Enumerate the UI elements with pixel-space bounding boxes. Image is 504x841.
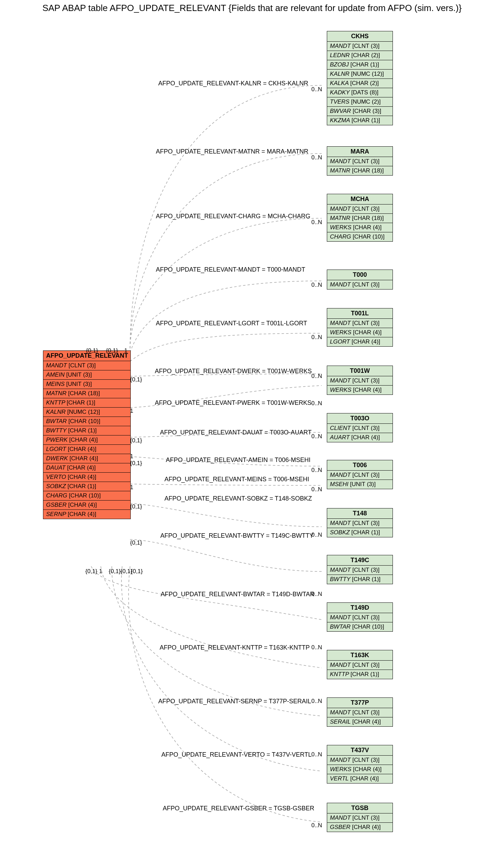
relation-label: AFPO_UPDATE_RELEVANT-BWTAR = T149D-BWTAR: [161, 591, 314, 598]
entity-field: WERKS [CHAR (4)]: [327, 223, 393, 232]
entity-field: VERTL [CHAR (4)]: [327, 774, 393, 783]
entity-field: MANDT [CLNT (3)]: [327, 280, 393, 289]
entity-field: AMEIN [UNIT (3)]: [43, 370, 130, 380]
cardinality-target: 0..N: [311, 154, 322, 161]
entity-field: SOBKZ [CHAR (1)]: [327, 528, 393, 537]
entity-field: TVERS [NUMC (2)]: [327, 97, 393, 107]
entity-field: LEDNR [CHAR (2)]: [327, 51, 393, 60]
entity-field: MANDT [CLNT (3)]: [43, 361, 130, 370]
entity-t377p: T377PMANDT [CLNT (3)]SERAIL [CHAR (4)]: [327, 697, 393, 727]
entity-t001l: T001LMANDT [CLNT (3)]WERKS [CHAR (4)]LGO…: [327, 308, 393, 347]
entity-field: KKZMA [CHAR (1)]: [327, 116, 393, 125]
entity-header: MARA: [327, 147, 393, 157]
relation-label: AFPO_UPDATE_RELEVANT-PWERK = T001W-WERKS: [155, 399, 311, 407]
relation-label: AFPO_UPDATE_RELEVANT-SERNP = T377P-SERAI…: [158, 698, 311, 705]
relation-label: AFPO_UPDATE_RELEVANT-CHARG = MCHA-CHARG: [156, 213, 310, 220]
cardinality-target: 0..N: [311, 591, 322, 598]
entity-t149d: T149DMANDT [CLNT (3)]BWTAR [CHAR (10)]: [327, 602, 393, 632]
entity-field: DAUAT [CHAR (4)]: [43, 463, 130, 473]
entity-field: BWTAR [CHAR (10)]: [43, 417, 130, 426]
entity-t163k: T163KMANDT [CLNT (3)]KNTTP [CHAR (1)]: [327, 650, 393, 679]
entity-field: PWERK [CHAR (4)]: [43, 435, 130, 445]
entity-field: MANDT [CLNT (3)]: [327, 42, 393, 51]
relation-label: AFPO_UPDATE_RELEVANT-LGORT = T001L-LGORT: [156, 320, 307, 327]
relation-label: AFPO_UPDATE_RELEVANT-KNTTP = T163K-KNTTP: [160, 644, 310, 651]
entity-field: KALNR [NUMC (12)]: [327, 70, 393, 79]
entity-header: T437V: [327, 745, 393, 756]
cardinality-source: {0,1}: [86, 347, 98, 354]
relation-label: AFPO_UPDATE_RELEVANT-DAUAT = T003O-AUART: [160, 429, 312, 436]
cardinality-target: 0..N: [311, 751, 322, 758]
cardinality-source: {0,1}: [109, 568, 121, 575]
entity-field: MANDT [CLNT (3)]: [327, 661, 393, 670]
entity-field: MANDT [CLNT (3)]: [327, 813, 393, 823]
cardinality-target: 0..N: [311, 86, 322, 93]
entity-field: CLIENT [CLNT (3)]: [327, 424, 393, 433]
cardinality-source: 1: [130, 484, 133, 491]
entity-field: SERNP [CHAR (4)]: [43, 510, 130, 519]
entity-t437v: T437VMANDT [CLNT (3)]WERKS [CHAR (4)]VER…: [327, 745, 393, 784]
entity-t149c: T149CMANDT [CLNT (3)]BWTTY [CHAR (1)]: [327, 555, 393, 584]
cardinality-source: 1: [130, 408, 133, 414]
entity-field: MANDT [CLNT (3)]: [327, 204, 393, 214]
entity-field: VERTO [CHAR (4)]: [43, 473, 130, 482]
entity-field: CHARG [CHAR (10)]: [327, 232, 393, 241]
cardinality-target: 0..N: [311, 400, 322, 407]
entity-header: T001L: [327, 308, 393, 319]
entity-field: BZOBJ [CHAR (1)]: [327, 60, 393, 70]
cardinality-source: {0,1}: [106, 347, 118, 354]
cardinality-source: 1: [130, 453, 133, 460]
cardinality-source: 1: [99, 568, 102, 575]
entity-header: TGSB: [327, 803, 393, 813]
entity-field: SOBKZ [CHAR (1)]: [43, 482, 130, 491]
cardinality-target: 0..N: [311, 532, 322, 538]
entity-t000: T000MANDT [CLNT (3)]: [327, 270, 393, 290]
relation-label: AFPO_UPDATE_RELEVANT-KALNR = CKHS-KALNR: [158, 80, 308, 87]
relation-label: AFPO_UPDATE_RELEVANT-BWTTY = T149C-BWTTY: [160, 532, 313, 539]
entity-field: CHARG [CHAR (10)]: [43, 491, 130, 501]
entity-field: MANDT [CLNT (3)]: [327, 566, 393, 575]
relation-label: AFPO_UPDATE_RELEVANT-DWERK = T001W-WERKS: [155, 368, 312, 375]
entity-field: KALNR [NUMC (12)]: [43, 408, 130, 417]
cardinality-target: 0..N: [311, 282, 322, 288]
entity-header: T149C: [327, 555, 393, 566]
cardinality-target: 0..N: [311, 219, 322, 226]
cardinality-target: 0..N: [311, 334, 322, 341]
entity-field: MANDT [CLNT (3)]: [327, 471, 393, 480]
entity-mcha: MCHAMANDT [CLNT (3)]MATNR [CHAR (18)]WER…: [327, 194, 393, 242]
entity-field: MATNR [CHAR (18)]: [327, 214, 393, 223]
entity-field: GSBER [CHAR (4)]: [43, 501, 130, 510]
entity-field: BWTAR [CHAR (10)]: [327, 622, 393, 631]
relation-label: AFPO_UPDATE_RELEVANT-GSBER = TGSB-GSBER: [163, 805, 314, 812]
entity-field: WERKS [CHAR (4)]: [327, 386, 393, 395]
cardinality-target: 0..N: [311, 433, 322, 440]
entity-field: MANDT [CLNT (3)]: [327, 319, 393, 328]
entity-header: T003O: [327, 413, 393, 424]
entity-t003o: T003OCLIENT [CLNT (3)]AUART [CHAR (4)]: [327, 413, 393, 442]
entity-field: MANDT [CLNT (3)]: [327, 613, 393, 622]
cardinality-target: 0..N: [311, 467, 322, 474]
cardinality-source: {0,1}: [85, 568, 97, 575]
entity-field: MANDT [CLNT (3)]: [327, 519, 393, 528]
entity-ckhs: CKHSMANDT [CLNT (3)]LEDNR [CHAR (2)]BZOB…: [327, 31, 393, 125]
entity-field: MEINS [UNIT (3)]: [43, 380, 130, 389]
entity-t006: T006MANDT [CLNT (3)]MSEHI [UNIT (3)]: [327, 460, 393, 489]
entity-field: MSEHI [UNIT (3)]: [327, 480, 393, 489]
entity-afpo-update-relevant: AFPO_UPDATE_RELEVANTMANDT [CLNT (3)]AMEI…: [43, 350, 131, 519]
diagram-title: SAP ABAP table AFPO_UPDATE_RELEVANT {Fie…: [0, 3, 504, 13]
entity-field: AUART [CHAR (4)]: [327, 433, 393, 442]
cardinality-source: {0,1}: [130, 460, 142, 467]
cardinality-source: {0,1}: [130, 539, 142, 546]
entity-field: KADKY [DATS (8)]: [327, 88, 393, 97]
cardinality-target: 0..N: [311, 698, 322, 705]
entity-field: MANDT [CLNT (3)]: [327, 157, 393, 166]
entity-field: SERAIL [CHAR (4)]: [327, 717, 393, 726]
entity-field: LGORT [CHAR (4)]: [43, 445, 130, 454]
cardinality-source: {0,1}: [130, 503, 142, 510]
relation-label: AFPO_UPDATE_RELEVANT-MANDT = T000-MANDT: [156, 266, 305, 273]
entity-field: MANDT [CLNT (3)]: [327, 708, 393, 717]
entity-header: T148: [327, 508, 393, 519]
entity-mara: MARAMANDT [CLNT (3)]MATNR [CHAR (18)]: [327, 146, 393, 176]
entity-header: T377P: [327, 698, 393, 708]
entity-header: T163K: [327, 650, 393, 661]
